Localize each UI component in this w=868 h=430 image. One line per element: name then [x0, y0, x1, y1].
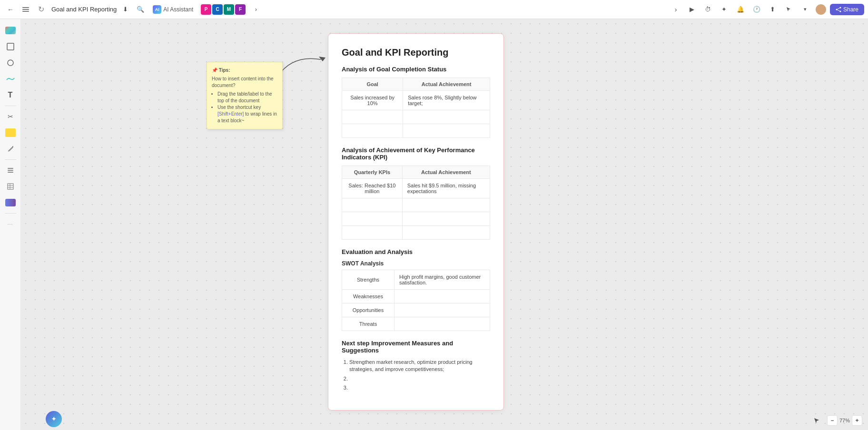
- pen-sidebar-icon[interactable]: [3, 141, 18, 156]
- sticky-content: How to insert content into the document?…: [212, 76, 277, 124]
- back-button[interactable]: ←: [4, 3, 17, 16]
- cursor-tool-button[interactable]: [810, 414, 823, 427]
- app-icon-p[interactable]: P: [201, 4, 211, 15]
- line-sidebar-icon[interactable]: [3, 71, 18, 87]
- svg-rect-13: [8, 170, 13, 171]
- more-sidebar-icon[interactable]: ···: [3, 216, 18, 232]
- text-label-icon: T: [8, 91, 13, 99]
- kpi-achievement-cell-1: Sales hit $9.5 million, missing expectat…: [402, 179, 490, 198]
- ai-circle-icon: ✦: [51, 416, 56, 422]
- sidebar-divider-2: [5, 159, 16, 160]
- svg-rect-0: [22, 7, 29, 8]
- table-row: [342, 226, 490, 240]
- sticky-note: 📌 Tips: How to insert content into the d…: [207, 62, 283, 129]
- kpi-cell-3: [342, 212, 403, 226]
- svg-rect-12: [8, 168, 13, 169]
- text-sidebar-icon[interactable]: T: [3, 88, 18, 103]
- download-button[interactable]: ⬇: [118, 3, 132, 16]
- sticky-highlight: [Shift+Enter]: [217, 111, 244, 117]
- clock-button[interactable]: 🕐: [750, 3, 763, 16]
- kpi-cell-2: [342, 198, 403, 212]
- kpi-section: Analysis of Achievement of Key Performan…: [342, 147, 490, 240]
- goal-completion-table: Goal Actual Achievement Sales increased …: [342, 78, 490, 138]
- achievement-cell-2: [403, 110, 490, 124]
- frame-sidebar-icon[interactable]: [3, 39, 18, 54]
- table-sidebar-icon[interactable]: [3, 179, 18, 194]
- improvement-section: Next step Improvement Measures and Sugge…: [342, 340, 490, 392]
- swot-threats-value: [395, 317, 490, 331]
- app-icon-c[interactable]: C: [212, 4, 223, 15]
- achievement-col-header: Actual Achievement: [403, 78, 490, 91]
- menu-button[interactable]: [19, 3, 32, 16]
- goal-col-header: Goal: [342, 78, 403, 91]
- zoom-out-button[interactable]: −: [827, 415, 838, 426]
- doc-title: Goal and KPI Reporting: [51, 6, 117, 13]
- nav-forward-button[interactable]: ›: [669, 3, 682, 16]
- palette-sidebar-icon[interactable]: [3, 23, 18, 38]
- list-item: Strengthen market research, optimize pro…: [349, 359, 490, 373]
- svg-marker-20: [814, 418, 819, 423]
- note-icon: [5, 128, 16, 137]
- color-swatch-icon: [5, 27, 16, 34]
- more-dots-icon: ···: [8, 222, 13, 227]
- table-row: [342, 110, 490, 124]
- topbar-right: › ▶ ⏱ ✦ 🔔 🕐 ⬆ ▾ Share: [669, 3, 864, 16]
- ai-assistant-icon: AI: [153, 5, 161, 14]
- refresh-button[interactable]: ↻: [34, 3, 48, 16]
- collaborator-avatars: [815, 3, 827, 16]
- cursor-button[interactable]: [782, 3, 796, 16]
- star-button[interactable]: ✦: [718, 3, 731, 16]
- svg-rect-9: [7, 43, 14, 50]
- svg-rect-1: [22, 9, 29, 10]
- bottom-bar: − 77% +: [804, 411, 868, 430]
- goal-cell-2: [342, 110, 403, 124]
- document-card: Goal and KPI Reporting Analysis of Goal …: [328, 33, 504, 410]
- kpi-cell-4: [342, 226, 403, 240]
- table-row: Threats: [342, 317, 490, 331]
- list-sidebar-icon[interactable]: [3, 163, 18, 178]
- table-row: Weaknesses: [342, 290, 490, 303]
- improvement-list: Strengthen market research, optimize pro…: [342, 359, 490, 392]
- chevron-down-button[interactable]: ▾: [799, 3, 812, 16]
- ai-circle-button[interactable]: ✦: [46, 411, 62, 427]
- share-label: Share: [843, 6, 858, 13]
- swot-opportunities-value: [395, 303, 490, 317]
- canvas-area[interactable]: 📌 Tips: How to insert content into the d…: [21, 19, 868, 430]
- table-row: [342, 212, 490, 226]
- svg-point-10: [8, 60, 13, 66]
- swot-opportunities-label: Opportunities: [342, 303, 395, 317]
- evaluation-title: Evaluation and Analysis: [342, 248, 490, 255]
- app-icon-m[interactable]: M: [224, 4, 234, 15]
- goal-cell-3: [342, 124, 403, 138]
- zoom-control: − 77% +: [827, 415, 862, 426]
- goal-completion-title: Analysis of Goal Completion Status: [342, 66, 490, 73]
- kpi-table: Quarterly KPIs Actual Achievement Sales:…: [342, 166, 490, 240]
- ai-assistant-button[interactable]: AI AI Assistant: [149, 3, 197, 16]
- expand-button[interactable]: ›: [249, 3, 263, 16]
- swot-table: Strengths High profit margins, good cust…: [342, 270, 490, 331]
- svg-line-8: [837, 10, 840, 11]
- scissors-sidebar-icon[interactable]: ✂: [3, 109, 18, 124]
- app-icon-m2[interactable]: F: [235, 4, 246, 15]
- timer-button[interactable]: ⏱: [701, 3, 715, 16]
- share-button[interactable]: Share: [830, 4, 864, 15]
- table-row: Strengths High profit margins, good cust…: [342, 270, 490, 290]
- bell-button[interactable]: 🔔: [734, 3, 747, 16]
- svg-point-11: [12, 146, 13, 147]
- swot-strengths-label: Strengths: [342, 270, 395, 290]
- main-area: T ✂ ···: [0, 19, 868, 430]
- topbar-left: ← ↻ Goal and KPI Reporting ⬇ 🔍 AI AI Ass…: [4, 3, 667, 16]
- present-button[interactable]: ▶: [685, 3, 699, 16]
- shape-sidebar-icon[interactable]: [3, 55, 18, 70]
- list-item: [349, 384, 490, 391]
- kpi-cell-1: Sales: Reached $10 million: [342, 179, 403, 198]
- note-sidebar-icon[interactable]: [3, 125, 18, 140]
- gradient-sidebar-icon[interactable]: [3, 195, 18, 210]
- zoom-in-button[interactable]: +: [852, 415, 862, 426]
- sidebar-divider-3: [5, 213, 16, 214]
- swot-weaknesses-value: [395, 290, 490, 303]
- search-button[interactable]: 🔍: [134, 3, 147, 16]
- gradient-icon: [5, 199, 16, 206]
- upload-button[interactable]: ⬆: [766, 3, 779, 16]
- table-row: [342, 198, 490, 212]
